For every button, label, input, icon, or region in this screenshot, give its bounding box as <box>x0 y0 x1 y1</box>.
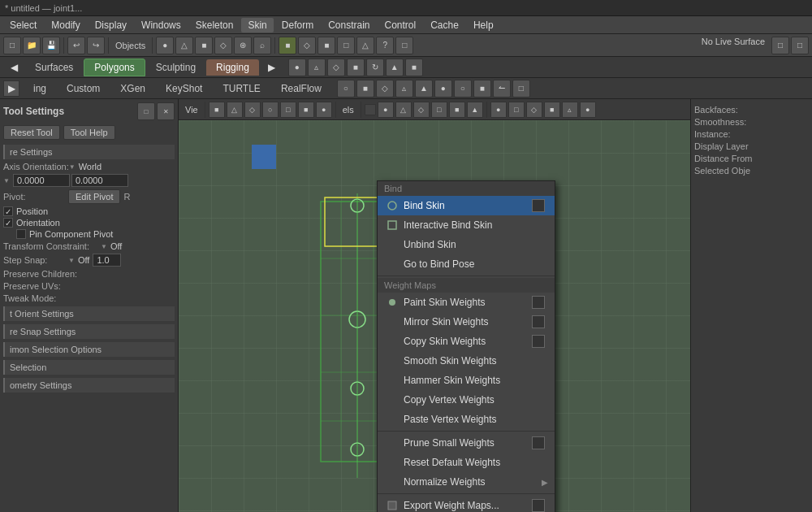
tab-rigging[interactable]: Rigging <box>206 59 259 76</box>
menu-skin[interactable]: Skin <box>241 18 273 33</box>
menu-skeleton[interactable]: Skeleton <box>189 18 240 33</box>
tab-turtle[interactable]: TURTLE <box>213 80 270 97</box>
menu-control[interactable]: Control <box>378 18 423 33</box>
unbind-skin-item[interactable]: Unbind Skin <box>378 235 555 254</box>
s2i9[interactable]: ↼ <box>493 80 511 98</box>
tb10[interactable]: □ <box>337 37 355 54</box>
tb1[interactable]: ● <box>156 37 174 54</box>
s2i8[interactable]: ■ <box>473 80 491 98</box>
open-btn[interactable]: 📁 <box>23 37 41 54</box>
prune-item[interactable]: Prune Small Weights <box>378 433 555 453</box>
menu-select[interactable]: Select <box>3 18 43 33</box>
vp-i10[interactable]: △ <box>395 102 412 118</box>
vp-i11[interactable]: ◇ <box>413 102 430 118</box>
paint-skin-item[interactable]: Paint Skin Weights <box>378 293 555 312</box>
pin-check[interactable] <box>16 229 26 239</box>
vp-i14[interactable]: ▲ <box>467 102 483 118</box>
hammer-skin-item[interactable]: Hammer Skin Weights <box>378 371 555 390</box>
tab-sculpting[interactable]: Sculpting <box>146 59 205 76</box>
copy-vertex-item[interactable]: Copy Vertex Weights <box>378 390 555 410</box>
shelf2[interactable]: ▵ <box>308 59 326 76</box>
tab-realflow[interactable]: RealFlow <box>271 80 331 97</box>
sidebar-toggle[interactable]: ◀ <box>3 57 24 78</box>
tb12[interactable]: ? <box>376 37 394 54</box>
vp-i20[interactable]: ● <box>580 102 596 118</box>
more-tabs-btn[interactable]: ▶ <box>261 57 283 78</box>
tb2[interactable]: △ <box>175 37 193 54</box>
shelf3[interactable]: ◇ <box>327 59 345 76</box>
menu-modify[interactable]: Modify <box>45 18 86 33</box>
menu-cache[interactable]: Cache <box>424 18 465 33</box>
redo-btn[interactable]: ↪ <box>87 37 105 54</box>
position-check[interactable]: ✓ <box>3 206 13 216</box>
tb9[interactable]: ■ <box>317 37 335 54</box>
vp-i17[interactable]: ◇ <box>526 102 542 118</box>
tb13[interactable]: □ <box>395 37 413 54</box>
vp-i16[interactable]: □ <box>508 102 525 118</box>
tab-xgen[interactable]: XGen <box>110 80 155 97</box>
shelf6[interactable]: ▲ <box>386 59 404 76</box>
tb8[interactable]: ◇ <box>298 37 316 54</box>
shelf5[interactable]: ↻ <box>366 59 384 76</box>
menu-display[interactable]: Display <box>89 18 133 33</box>
tab-custom[interactable]: Custom <box>57 80 110 97</box>
edit-pivot-btn[interactable]: Edit Pivot <box>68 189 120 204</box>
vp-i9[interactable]: ● <box>378 102 394 118</box>
vp-i4[interactable]: ○ <box>262 102 279 118</box>
s2i6[interactable]: ● <box>434 80 452 98</box>
tb14[interactable]: □ <box>771 37 789 54</box>
vp-i19[interactable]: ▵ <box>562 102 578 118</box>
shelf4[interactable]: ■ <box>347 59 365 76</box>
s2i7[interactable]: ○ <box>454 80 472 98</box>
menu-windows[interactable]: Windows <box>135 18 188 33</box>
vp-i7[interactable]: ● <box>316 102 332 118</box>
vp-i1[interactable]: ■ <box>209 102 225 118</box>
orientation-check[interactable]: ✓ <box>3 218 13 228</box>
vp-i12[interactable]: □ <box>431 102 447 118</box>
tab-polygons[interactable]: Polygons <box>84 59 145 76</box>
save-btn[interactable]: 💾 <box>42 37 60 54</box>
step-num-input[interactable] <box>93 254 121 267</box>
step-snap-dropdown[interactable]: ▼ Off <box>68 255 89 265</box>
menu-deform[interactable]: Deform <box>275 18 320 33</box>
mirror-skin-item[interactable]: Mirror Skin Weights <box>378 312 555 332</box>
vp-i3[interactable]: ◇ <box>244 102 261 118</box>
reset-weights-item[interactable]: Reset Default Weights <box>378 453 555 472</box>
tab-row2-toggle[interactable]: ▶ <box>3 80 19 97</box>
tb3[interactable]: ■ <box>195 37 213 54</box>
coord1-input[interactable] <box>13 174 70 187</box>
vp-i8[interactable] <box>365 104 376 115</box>
tb4[interactable]: ◇ <box>214 37 232 54</box>
s2i10[interactable]: □ <box>512 80 530 98</box>
vp-i5[interactable]: □ <box>280 102 296 118</box>
vp-i18[interactable]: ■ <box>544 102 560 118</box>
goto-bind-pose-item[interactable]: Go to Bind Pose <box>378 254 555 274</box>
smooth-skin-item[interactable]: Smooth Skin Weights <box>378 351 555 371</box>
coord2-input[interactable] <box>71 174 128 187</box>
axis-dropdown[interactable]: ▼ World <box>69 162 102 171</box>
vp-i13[interactable]: ■ <box>449 102 465 118</box>
paste-vertex-item[interactable]: Paste Vertex Weights <box>378 410 555 429</box>
tab-keyshot[interactable]: KeyShot <box>156 80 212 97</box>
s2i4[interactable]: ▵ <box>395 80 413 98</box>
new-btn[interactable]: □ <box>3 37 21 54</box>
s2i1[interactable]: ○ <box>337 80 355 98</box>
panel-float-btn[interactable]: □ <box>137 102 155 120</box>
menu-help[interactable]: Help <box>467 18 500 33</box>
reset-tool-btn[interactable]: Reset Tool <box>3 125 60 140</box>
tool-help-btn[interactable]: Tool Help <box>63 125 115 140</box>
vp-i6[interactable]: ■ <box>298 102 314 118</box>
tb11[interactable]: △ <box>356 37 374 54</box>
export-item[interactable]: Export Weight Maps... <box>378 496 555 512</box>
transform-dropdown[interactable]: ▼ Off <box>101 241 122 251</box>
tab-surfaces[interactable]: Surfaces <box>25 59 83 76</box>
shelf7[interactable]: ■ <box>405 59 423 76</box>
vp-i2[interactable]: △ <box>227 102 243 118</box>
copy-skin-item[interactable]: Copy Skin Weights <box>378 332 555 351</box>
menu-constrain[interactable]: Constrain <box>322 18 376 33</box>
panel-close-btn[interactable]: ✕ <box>157 102 175 120</box>
bind-skin-item[interactable]: Bind Skin <box>378 196 555 215</box>
s2i2[interactable]: ■ <box>356 80 374 98</box>
normalize-item[interactable]: Normalize Weights ▶ <box>378 472 555 492</box>
tb7[interactable]: ■ <box>279 37 296 54</box>
